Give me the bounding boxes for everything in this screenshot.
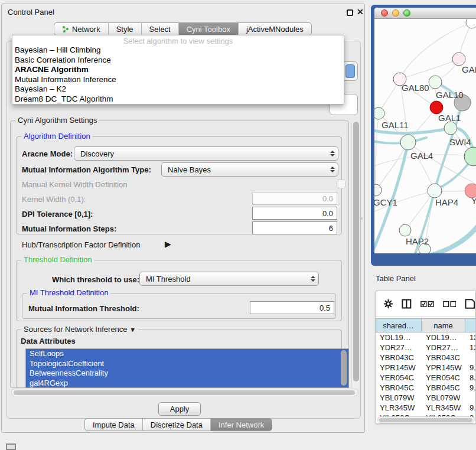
network-node[interactable] — [430, 101, 443, 114]
combo-spinner-icon — [308, 276, 318, 282]
settings-vscroll-thumb[interactable] — [353, 122, 359, 381]
mi-steps-field[interactable]: 6 — [252, 221, 337, 234]
settings-horizontal-scrollbar[interactable] — [11, 389, 358, 396]
network-node[interactable] — [400, 135, 416, 150]
expander-collapsed-icon[interactable]: ▶ — [165, 239, 171, 249]
close-window-icon[interactable] — [381, 9, 388, 17]
control-panel-tabs: NetworkStyleSelectCyni ToolboxjActiveMNo… — [54, 22, 312, 35]
table-row[interactable]: YLR345WYLR345W9. — [376, 403, 476, 413]
tab-style[interactable]: Style — [109, 23, 142, 35]
zoom-window-icon[interactable] — [403, 9, 410, 17]
table-cell: YLR345W — [422, 403, 465, 413]
tab-jactivemnodules[interactable]: jActiveMNodules — [239, 23, 311, 35]
table-hscroll-thumb[interactable] — [379, 418, 472, 422]
table-cell — [465, 393, 476, 403]
expander-expanded-icon[interactable]: ▼ — [129, 326, 136, 333]
tab-infer-network[interactable]: Infer Network — [211, 419, 272, 431]
network-node[interactable] — [374, 107, 384, 119]
panel-divider-grip[interactable]: ‹ — [361, 215, 363, 221]
tab-discretize-data[interactable]: Discretize Data — [143, 419, 211, 431]
table-horizontal-scrollbar[interactable] — [377, 416, 475, 423]
algorithm-popup-item[interactable]: ARACNE Algorithm — [12, 65, 344, 75]
network-node-label: GAL10 — [436, 90, 464, 100]
settings-vertical-scrollbar[interactable] — [351, 120, 359, 389]
network-node[interactable] — [429, 76, 442, 89]
network-canvas[interactable]: GALGAL80GAL10GAL1GAL11SWI4GAL4GCY1HAP4YH… — [374, 19, 476, 253]
network-node[interactable] — [452, 53, 465, 66]
mi-threshold-field[interactable]: 0.5 — [250, 301, 334, 314]
data-attributes-label: Data Attributes — [21, 337, 76, 345]
algorithm-popup-item[interactable]: Basic Correlation Inference — [12, 56, 344, 66]
algorithm-popup-item[interactable]: Mutual Information Inference — [12, 75, 344, 85]
network-window-titlebar[interactable] — [374, 8, 476, 19]
table-row[interactable]: YBR043CYBR043C — [376, 353, 476, 363]
network-node[interactable] — [464, 147, 476, 166]
tab-network[interactable]: Network — [54, 23, 109, 35]
network-edge[interactable] — [376, 113, 379, 190]
mi-algorithm-type-combo[interactable]: Naive Bayes — [161, 162, 338, 177]
algorithm-select-popup: Select algorithm to view settings Bayesi… — [12, 35, 344, 105]
table-row[interactable]: YDR27…YDR27…12 — [376, 343, 476, 353]
sources-legend: Sources for Network Inference ▼ — [21, 325, 138, 334]
close-icon[interactable]: ✕ — [357, 7, 364, 17]
table-cell: YBR045C — [376, 383, 422, 393]
table-row[interactable]: YBR045CYBR045C9. — [376, 383, 476, 393]
network-node[interactable] — [444, 122, 457, 135]
tab-label: Select — [149, 25, 171, 34]
aracne-mode-combo[interactable]: Discovery — [74, 146, 338, 161]
table-cell: YER054C — [422, 373, 465, 383]
select-all-checkboxes-icon[interactable] — [420, 300, 434, 308]
table-cell: YDR27… — [422, 343, 465, 353]
network-edge[interactable] — [408, 142, 435, 191]
table-cell: 9. — [465, 383, 476, 393]
kernel-width-field[interactable]: 0.0 — [252, 192, 337, 205]
hub-definition-expander-label[interactable]: Hub/Transcription Factor Definition — [22, 240, 140, 249]
table-column-header[interactable] — [465, 318, 476, 332]
dpi-tolerance-field[interactable]: 0.0 — [252, 207, 337, 220]
table-row[interactable]: YDL19…YDL19…13 — [376, 332, 476, 343]
table-row[interactable]: YBL079WYBL079W — [376, 393, 476, 403]
which-threshold-label: Which threshold to use: — [52, 275, 139, 284]
table-function-icon[interactable] — [465, 298, 475, 309]
network-node[interactable] — [466, 19, 476, 28]
float-window-icon[interactable] — [347, 9, 353, 16]
network-node-label: GAL80 — [402, 83, 429, 93]
network-edge[interactable] — [400, 22, 472, 79]
data-attribute-item[interactable]: gal4RGexp — [26, 379, 348, 389]
network-node[interactable] — [399, 224, 411, 236]
data-attribute-item[interactable]: BetweennessCentrality — [26, 369, 348, 379]
table-cell: YDL19… — [376, 332, 422, 343]
minimized-panel-icon[interactable] — [6, 444, 16, 450]
table-row[interactable]: YPR145WYPR145W9. — [376, 363, 476, 373]
minimize-window-icon[interactable] — [392, 9, 399, 17]
tab-cyni-toolbox[interactable]: Cyni Toolbox — [179, 23, 239, 35]
tab-select[interactable]: Select — [142, 23, 179, 35]
table-row[interactable]: YER054CYER054C8. — [376, 373, 476, 383]
table-column-header[interactable]: shared… — [376, 318, 422, 332]
aracne-mode-value: Discovery — [80, 149, 114, 158]
network-node[interactable] — [374, 184, 382, 196]
table-column-header[interactable]: name — [422, 318, 465, 332]
algorithm-popup-item[interactable]: Bayesian – K2 — [12, 84, 344, 94]
network-edge[interactable] — [431, 227, 476, 253]
table-cell: 9. — [465, 363, 476, 373]
manual-kernel-width-checkbox[interactable] — [337, 180, 345, 188]
dpi-tolerance-label: DPI Tolerance [0,1]: — [22, 210, 93, 219]
network-graph[interactable]: GALGAL80GAL10GAL1GAL11SWI4GAL4GCY1HAP4YH… — [374, 19, 476, 253]
data-attribute-item[interactable]: TopologicalCoefficient — [26, 359, 348, 369]
threshold-definition-legend: Threshold Definition — [21, 255, 94, 264]
tab-impute-data[interactable]: Impute Data — [85, 419, 143, 431]
apply-button[interactable]: Apply — [158, 402, 201, 416]
list-scrollbar-thumb[interactable] — [341, 350, 347, 386]
network-node[interactable] — [428, 184, 442, 198]
data-attributes-list[interactable]: SelfLoopsTopologicalCoefficientBetweenne… — [25, 348, 349, 388]
which-threshold-combo[interactable]: MI Threshold — [139, 272, 319, 286]
network-edge[interactable] — [400, 59, 459, 79]
algorithm-popup-item[interactable]: Dream8 DC_TDC Algorithm — [12, 94, 344, 105]
deselect-all-checkboxes-icon[interactable] — [443, 300, 457, 308]
data-attribute-item[interactable]: SelfLoops — [26, 349, 348, 359]
split-columns-icon[interactable] — [402, 298, 412, 309]
algorithm-popup-item[interactable]: Bayesian – Hill Climbing — [12, 45, 344, 56]
gear-icon[interactable] — [384, 299, 393, 309]
settings-hscroll-thumb[interactable] — [14, 390, 355, 395]
